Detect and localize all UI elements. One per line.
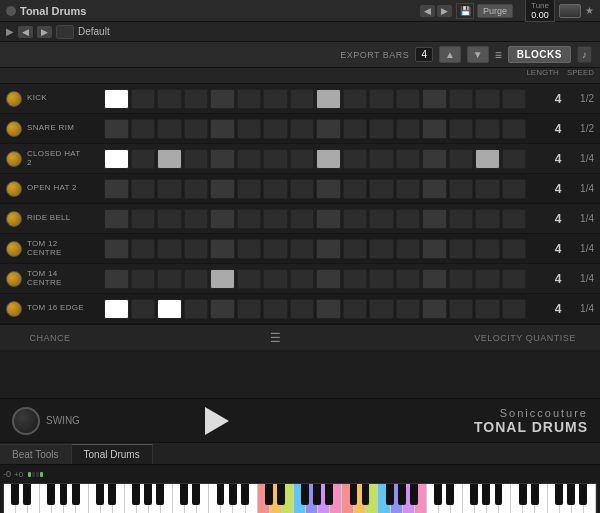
step-cell[interactable] bbox=[210, 89, 235, 109]
drum-knob[interactable] bbox=[6, 271, 22, 287]
white-key[interactable] bbox=[560, 484, 572, 513]
preset-left-btn[interactable]: ◀ bbox=[18, 26, 33, 38]
step-cell[interactable] bbox=[210, 149, 235, 169]
step-cell[interactable] bbox=[184, 149, 209, 169]
white-key[interactable] bbox=[475, 484, 487, 513]
white-key[interactable] bbox=[330, 484, 342, 513]
white-key[interactable] bbox=[4, 484, 16, 513]
step-cell[interactable] bbox=[475, 269, 500, 289]
step-cell[interactable] bbox=[104, 239, 129, 259]
white-key[interactable] bbox=[511, 484, 523, 513]
step-cell[interactable] bbox=[104, 149, 129, 169]
white-key[interactable] bbox=[584, 484, 596, 513]
step-cell[interactable] bbox=[184, 299, 209, 319]
step-cell[interactable] bbox=[475, 209, 500, 229]
white-key[interactable] bbox=[294, 484, 306, 513]
white-key[interactable] bbox=[439, 484, 451, 513]
step-cell[interactable] bbox=[316, 239, 341, 259]
white-key[interactable] bbox=[137, 484, 149, 513]
step-cell[interactable] bbox=[422, 179, 447, 199]
step-cell[interactable] bbox=[263, 209, 288, 229]
step-cell[interactable] bbox=[449, 149, 474, 169]
step-cell[interactable] bbox=[237, 119, 262, 139]
white-key[interactable] bbox=[64, 484, 76, 513]
preset-name[interactable]: Default bbox=[78, 26, 594, 37]
white-key[interactable] bbox=[366, 484, 378, 513]
step-cell[interactable] bbox=[184, 89, 209, 109]
play-button[interactable] bbox=[199, 403, 235, 439]
step-cell[interactable] bbox=[290, 269, 315, 289]
step-cell[interactable] bbox=[502, 149, 527, 169]
drum-knob[interactable] bbox=[6, 301, 22, 317]
white-key[interactable] bbox=[149, 484, 161, 513]
step-cell[interactable] bbox=[502, 89, 527, 109]
export-down-btn[interactable]: ▼ bbox=[467, 46, 489, 63]
step-cell[interactable] bbox=[316, 89, 341, 109]
step-cell[interactable] bbox=[422, 89, 447, 109]
step-cell[interactable] bbox=[290, 179, 315, 199]
step-cell[interactable] bbox=[396, 89, 421, 109]
menu-icon[interactable]: ≡ bbox=[495, 48, 502, 62]
step-cell[interactable] bbox=[502, 239, 527, 259]
step-cell[interactable] bbox=[343, 149, 368, 169]
white-key[interactable] bbox=[209, 484, 221, 513]
step-cell[interactable] bbox=[449, 119, 474, 139]
step-cell[interactable] bbox=[449, 209, 474, 229]
white-key[interactable] bbox=[185, 484, 197, 513]
white-key[interactable] bbox=[52, 484, 64, 513]
step-cell[interactable] bbox=[396, 299, 421, 319]
white-key[interactable] bbox=[535, 484, 547, 513]
step-cell[interactable] bbox=[316, 209, 341, 229]
step-cell[interactable] bbox=[475, 239, 500, 259]
drum-knob[interactable] bbox=[6, 181, 22, 197]
step-cell[interactable] bbox=[184, 209, 209, 229]
step-cell[interactable] bbox=[343, 299, 368, 319]
step-cell[interactable] bbox=[343, 179, 368, 199]
step-cell[interactable] bbox=[316, 119, 341, 139]
step-cell[interactable] bbox=[131, 209, 156, 229]
white-key[interactable] bbox=[318, 484, 330, 513]
step-cell[interactable] bbox=[369, 179, 394, 199]
step-cell[interactable] bbox=[104, 119, 129, 139]
step-cell[interactable] bbox=[502, 269, 527, 289]
step-cell[interactable] bbox=[449, 89, 474, 109]
step-cell[interactable] bbox=[157, 269, 182, 289]
step-cell[interactable] bbox=[237, 209, 262, 229]
step-cell[interactable] bbox=[263, 119, 288, 139]
step-cell[interactable] bbox=[502, 119, 527, 139]
step-cell[interactable] bbox=[210, 209, 235, 229]
step-cell[interactable] bbox=[131, 239, 156, 259]
preset-save-icon[interactable] bbox=[56, 25, 74, 39]
step-cell[interactable] bbox=[396, 209, 421, 229]
step-cell[interactable] bbox=[237, 269, 262, 289]
step-cell[interactable] bbox=[475, 89, 500, 109]
white-key[interactable] bbox=[125, 484, 137, 513]
step-cell[interactable] bbox=[237, 239, 262, 259]
step-cell[interactable] bbox=[210, 119, 235, 139]
keyboard-icon[interactable] bbox=[559, 4, 581, 18]
tab-tonal-drums[interactable]: Tonal Drums bbox=[72, 444, 153, 464]
step-cell[interactable] bbox=[237, 89, 262, 109]
white-key[interactable] bbox=[270, 484, 282, 513]
step-cell[interactable] bbox=[131, 179, 156, 199]
step-cell[interactable] bbox=[157, 209, 182, 229]
step-cell[interactable] bbox=[422, 119, 447, 139]
step-cell[interactable] bbox=[449, 179, 474, 199]
step-cell[interactable] bbox=[157, 299, 182, 319]
step-cell[interactable] bbox=[475, 119, 500, 139]
step-cell[interactable] bbox=[316, 149, 341, 169]
step-cell[interactable] bbox=[343, 239, 368, 259]
step-cell[interactable] bbox=[502, 179, 527, 199]
step-cell[interactable] bbox=[343, 89, 368, 109]
save-icon[interactable]: 💾 bbox=[456, 3, 474, 19]
step-cell[interactable] bbox=[343, 119, 368, 139]
step-cell[interactable] bbox=[184, 239, 209, 259]
bars-value[interactable]: 4 bbox=[415, 47, 433, 62]
step-cell[interactable] bbox=[157, 149, 182, 169]
step-cell[interactable] bbox=[343, 209, 368, 229]
step-cell[interactable] bbox=[449, 239, 474, 259]
step-cell[interactable] bbox=[290, 299, 315, 319]
step-cell[interactable] bbox=[422, 299, 447, 319]
step-cell[interactable] bbox=[104, 89, 129, 109]
step-cell[interactable] bbox=[316, 299, 341, 319]
